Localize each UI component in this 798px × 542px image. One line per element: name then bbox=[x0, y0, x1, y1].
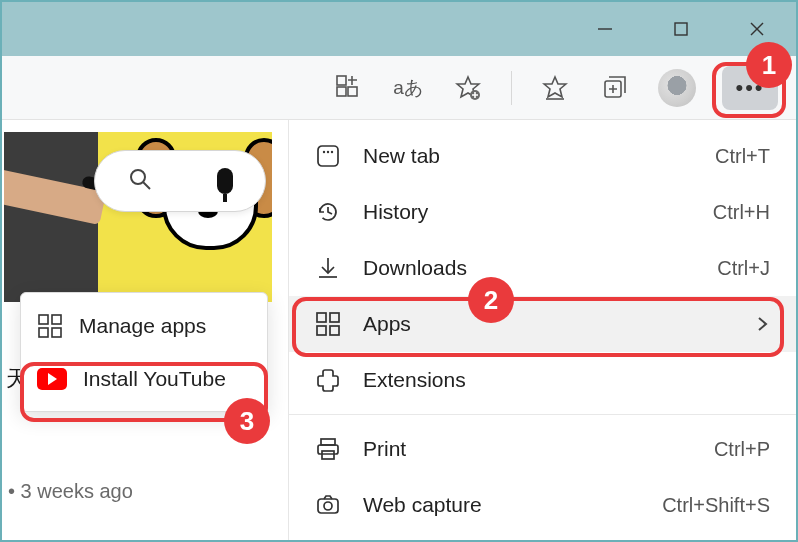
history-icon bbox=[315, 199, 341, 225]
install-youtube-item[interactable]: Install YouTube bbox=[21, 353, 267, 405]
menu-downloads[interactable]: Downloads Ctrl+J bbox=[289, 240, 796, 296]
window-maximize-button[interactable] bbox=[652, 7, 710, 51]
install-youtube-label: Install YouTube bbox=[83, 367, 226, 391]
window-titlebar bbox=[2, 2, 796, 56]
svg-rect-5 bbox=[348, 87, 357, 96]
menu-print-label: Print bbox=[363, 437, 692, 461]
collections-icon[interactable] bbox=[598, 71, 632, 105]
svg-rect-4 bbox=[337, 87, 346, 96]
menu-history[interactable]: History Ctrl+H bbox=[289, 184, 796, 240]
apps-icon bbox=[315, 311, 341, 337]
menu-web-capture-label: Web capture bbox=[363, 493, 640, 517]
new-tab-icon bbox=[315, 143, 341, 169]
search-pill[interactable] bbox=[94, 150, 266, 212]
menu-print-shortcut: Ctrl+P bbox=[714, 438, 770, 461]
print-icon bbox=[315, 436, 341, 462]
voice-search-icon[interactable] bbox=[217, 168, 233, 194]
svg-rect-12 bbox=[39, 315, 48, 324]
add-favorite-icon[interactable] bbox=[451, 71, 485, 105]
extensions-icon[interactable] bbox=[331, 71, 365, 105]
apps-submenu: Manage apps Install YouTube bbox=[20, 292, 268, 412]
youtube-icon bbox=[37, 368, 67, 390]
svg-point-30 bbox=[324, 502, 332, 510]
browser-toolbar: aあ ••• bbox=[2, 56, 796, 120]
menu-web-capture[interactable]: Web capture Ctrl+Shift+S bbox=[289, 477, 796, 533]
menu-downloads-label: Downloads bbox=[363, 256, 695, 280]
menu-new-tab[interactable]: New tab Ctrl+T bbox=[289, 128, 796, 184]
menu-new-tab-shortcut: Ctrl+T bbox=[715, 145, 770, 168]
profile-avatar[interactable] bbox=[658, 69, 696, 107]
svg-rect-14 bbox=[39, 328, 48, 337]
svg-point-18 bbox=[327, 151, 329, 153]
menu-extensions[interactable]: Extensions bbox=[289, 352, 796, 408]
menu-downloads-shortcut: Ctrl+J bbox=[717, 257, 770, 280]
svg-line-11 bbox=[143, 182, 150, 189]
svg-rect-15 bbox=[52, 328, 61, 337]
svg-rect-13 bbox=[52, 315, 61, 324]
annotation-callout-2: 2 bbox=[468, 277, 514, 323]
menu-apps-label: Apps bbox=[363, 312, 732, 336]
svg-rect-24 bbox=[317, 326, 326, 335]
web-capture-icon bbox=[315, 492, 341, 518]
search-icon bbox=[128, 167, 152, 196]
settings-menu: New tab Ctrl+T History Ctrl+H Downloads … bbox=[288, 120, 796, 540]
svg-rect-16 bbox=[318, 146, 338, 166]
favorites-icon[interactable] bbox=[538, 71, 572, 105]
svg-rect-23 bbox=[330, 313, 339, 322]
svg-point-19 bbox=[331, 151, 333, 153]
svg-rect-1 bbox=[675, 23, 687, 35]
chevron-right-icon bbox=[754, 316, 770, 332]
downloads-icon bbox=[315, 255, 341, 281]
manage-apps-item[interactable]: Manage apps bbox=[21, 299, 267, 353]
extensions-menu-icon bbox=[315, 367, 341, 393]
menu-divider bbox=[289, 414, 796, 415]
lang-label: aあ bbox=[393, 75, 423, 101]
svg-rect-29 bbox=[318, 499, 338, 513]
svg-rect-22 bbox=[317, 313, 326, 322]
menu-web-capture-shortcut: Ctrl+Shift+S bbox=[662, 494, 770, 517]
menu-new-tab-label: New tab bbox=[363, 144, 693, 168]
window-minimize-button[interactable] bbox=[576, 7, 634, 51]
svg-rect-27 bbox=[318, 445, 338, 454]
svg-point-17 bbox=[323, 151, 325, 153]
menu-print[interactable]: Print Ctrl+P bbox=[289, 421, 796, 477]
svg-rect-6 bbox=[337, 76, 346, 85]
svg-rect-25 bbox=[330, 326, 339, 335]
menu-apps[interactable]: Apps bbox=[289, 296, 796, 352]
menu-history-label: History bbox=[363, 200, 691, 224]
manage-apps-label: Manage apps bbox=[79, 314, 206, 338]
menu-extensions-label: Extensions bbox=[363, 368, 770, 392]
svg-rect-26 bbox=[321, 439, 335, 445]
annotation-callout-1: 1 bbox=[746, 42, 792, 88]
read-aloud-lang-icon[interactable]: aあ bbox=[391, 71, 425, 105]
svg-rect-28 bbox=[322, 451, 334, 459]
content-area: 天 • 3 weeks ago Manage apps Install YouT… bbox=[2, 120, 796, 540]
annotation-callout-3: 3 bbox=[224, 398, 270, 444]
menu-history-shortcut: Ctrl+H bbox=[713, 201, 770, 224]
svg-point-10 bbox=[131, 170, 145, 184]
video-timestamp: • 3 weeks ago bbox=[8, 480, 133, 503]
toolbar-divider bbox=[511, 71, 512, 105]
